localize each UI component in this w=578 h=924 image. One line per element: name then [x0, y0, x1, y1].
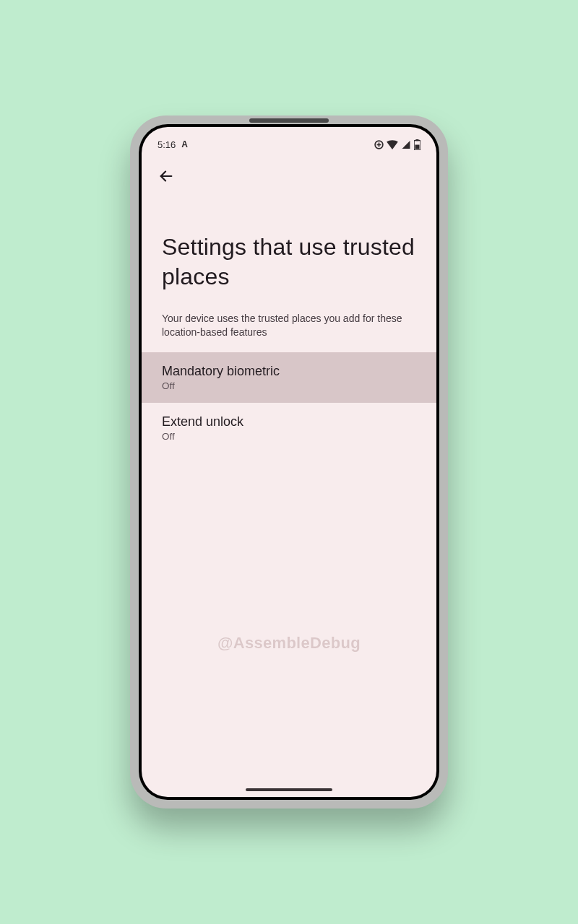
back-arrow-icon	[158, 168, 174, 187]
phone-screen: 5:16 A	[142, 127, 436, 797]
phone-inner-frame: 5:16 A	[139, 124, 439, 800]
svg-rect-4	[416, 139, 419, 141]
battery-icon	[414, 139, 420, 150]
wifi-icon	[387, 140, 398, 149]
setting-item-title: Mandatory biometric	[162, 364, 416, 379]
data-saver-icon	[374, 140, 384, 149]
watermark-text: @AssembleDebug	[142, 634, 436, 653]
status-bar-right	[374, 139, 420, 150]
phone-device-frame: 5:16 A	[130, 116, 448, 808]
setting-item-title: Extend unlock	[162, 414, 416, 430]
status-time: 5:16	[158, 139, 176, 150]
gesture-nav-bar[interactable]	[246, 788, 332, 791]
svg-rect-2	[377, 144, 381, 145]
setting-item-status: Off	[162, 380, 416, 391]
signal-icon	[401, 140, 411, 149]
status-bar-left: 5:16 A	[158, 139, 188, 150]
setting-item-mandatory-biometric[interactable]: Mandatory biometric Off	[142, 352, 436, 403]
page-title: Settings that use trusted places	[142, 191, 436, 292]
setting-item-status: Off	[162, 431, 416, 442]
status-bar: 5:16 A	[142, 127, 436, 153]
page-subtitle: Your device uses the trusted places you …	[142, 292, 436, 352]
notification-icon: A	[181, 139, 188, 149]
back-button[interactable]	[153, 165, 179, 191]
svg-rect-5	[415, 144, 420, 149]
setting-item-extend-unlock[interactable]: Extend unlock Off	[142, 403, 436, 453]
settings-content: Settings that use trusted places Your de…	[142, 191, 436, 797]
app-bar	[142, 153, 436, 191]
